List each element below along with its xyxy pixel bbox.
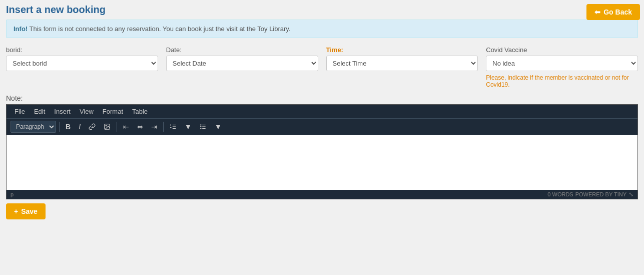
editor-statusbar: p 0 WORDS POWERED BY TINY ⤡ — [7, 190, 637, 199]
time-group: Time: Select Time — [326, 46, 478, 71]
editor-toolbar: Paragraph B I — [7, 118, 637, 135]
borid-label: borid: — [6, 46, 158, 54]
svg-point-11 — [201, 128, 201, 129]
svg-rect-5 — [171, 127, 171, 128]
powered-by: POWERED BY TINY — [575, 191, 626, 197]
info-box: Info! This form is not connected to any … — [6, 20, 638, 38]
borid-select[interactable]: Select borid — [6, 56, 158, 71]
toolbar-divider-1 — [59, 122, 60, 132]
menu-view[interactable]: View — [76, 107, 98, 116]
align-center-button[interactable]: ⇔ — [134, 122, 146, 132]
date-select[interactable]: Select Date — [166, 56, 318, 71]
save-label: Save — [21, 207, 38, 215]
align-left-button[interactable]: ⇤ — [120, 122, 132, 132]
unordered-list-button[interactable] — [197, 122, 210, 131]
editor-tag: p — [11, 191, 14, 197]
form-row: borid: Select borid Date: Select Date Ti… — [6, 46, 638, 88]
save-button[interactable]: + Save — [6, 203, 46, 219]
time-label: Time: — [326, 46, 478, 54]
editor-container: File Edit Insert View Format Table Parag… — [6, 104, 638, 199]
editor-menubar: File Edit Insert View Format Table — [7, 105, 637, 118]
word-count: 0 WORDS — [547, 191, 573, 197]
svg-point-9 — [201, 125, 201, 125]
editor-powered: 0 WORDS POWERED BY TINY ⤡ — [547, 191, 633, 198]
date-group: Date: Select Date — [166, 46, 318, 71]
borid-group: borid: Select borid — [6, 46, 158, 71]
date-label: Date: — [166, 46, 318, 54]
covid-group: Covid Vaccine No idea Please, indicate i… — [486, 46, 638, 88]
link-button[interactable] — [86, 122, 99, 131]
plus-icon: + — [14, 207, 18, 215]
arrow-left-icon: ⬅ — [594, 8, 600, 16]
page-title: Insert a new booking — [6, 4, 638, 16]
go-back-label: Go Back — [603, 8, 632, 16]
page-wrapper: Insert a new booking ⬅ Go Back Info! Thi… — [0, 0, 644, 223]
ordered-list-button[interactable] — [167, 122, 180, 131]
editor-body[interactable] — [7, 135, 637, 190]
svg-point-1 — [106, 125, 107, 126]
paragraph-select[interactable]: Paragraph — [11, 121, 56, 133]
svg-point-10 — [201, 126, 201, 127]
note-section: Note: File Edit Insert View Format Table… — [6, 94, 638, 199]
italic-button[interactable]: I — [76, 122, 84, 132]
menu-format[interactable]: Format — [99, 107, 127, 116]
info-label: Info! — [14, 25, 28, 33]
menu-edit[interactable]: Edit — [30, 107, 49, 116]
menu-table[interactable]: Table — [128, 107, 152, 116]
ordered-list-dropdown[interactable]: ▼ — [182, 122, 195, 132]
align-right-button[interactable]: ⇥ — [148, 122, 160, 132]
toolbar-divider-2 — [117, 122, 117, 132]
covid-hint: Please, indicate if the member is vaccin… — [486, 74, 638, 88]
unordered-list-dropdown[interactable]: ▼ — [212, 122, 225, 132]
go-back-button[interactable]: ⬅ Go Back — [586, 4, 640, 20]
time-select[interactable]: Select Time — [326, 56, 478, 71]
info-text: This form is not connected to any reserv… — [30, 25, 291, 33]
resize-handle[interactable]: ⤡ — [628, 191, 633, 198]
note-label: Note: — [6, 94, 638, 102]
covid-label: Covid Vaccine — [486, 46, 638, 54]
covid-select[interactable]: No idea — [486, 56, 638, 71]
image-button[interactable] — [101, 122, 114, 131]
menu-insert[interactable]: Insert — [50, 107, 75, 116]
menu-file[interactable]: File — [11, 107, 29, 116]
bold-button[interactable]: B — [63, 122, 74, 132]
toolbar-divider-3 — [163, 122, 164, 132]
